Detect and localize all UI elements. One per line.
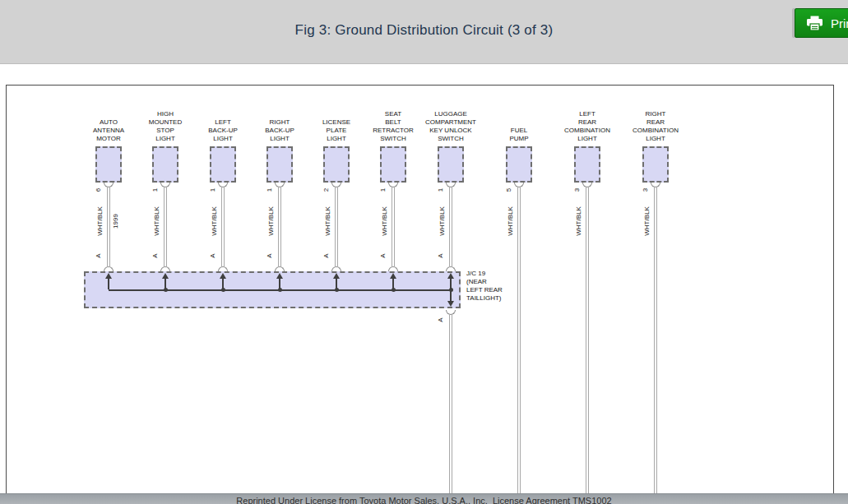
junction-entry-label: A (151, 250, 160, 261)
arrow-up-icon (276, 273, 283, 279)
wire-color-label: WHT/BLK (211, 190, 219, 252)
junction-entry-label: A (266, 250, 274, 261)
wire-whtblk (278, 187, 281, 266)
junction-exit-label: A (437, 314, 445, 326)
wire-color-label: WHT/BLK (324, 190, 332, 252)
wire-color-label: WHT/BLK (267, 190, 276, 252)
wiring-diagram: J/C 19 (NEAR LEFT REAR TAILLIGHT) AUTO A… (0, 0, 848, 504)
wire-whtblk (449, 315, 452, 493)
component-box (152, 146, 178, 183)
wire-color-label: WHT/BLK (438, 190, 447, 252)
wire-color-label: WHT/BLK (643, 190, 651, 252)
connector-cup-icon (218, 266, 228, 271)
wire-whtblk (335, 187, 338, 266)
connector-cup-icon (275, 266, 285, 271)
component-box (266, 146, 293, 183)
license-text: Reprinted Under License from Toyota Moto… (0, 496, 848, 504)
arrow-up-icon (105, 273, 112, 279)
connector-cup-icon (160, 266, 170, 271)
connector-cup-icon (388, 266, 398, 271)
junction-entry-label: A (437, 250, 445, 261)
license-bar: Reprinted Under License from Toyota Moto… (0, 493, 848, 504)
connector-cup-icon (446, 266, 456, 271)
junction-stub (108, 279, 109, 289)
connector-cup-icon (104, 266, 114, 271)
wire-whtblk (586, 187, 589, 493)
connector-cup-icon (331, 266, 341, 271)
wire-whtblk (449, 187, 452, 266)
arrow-up-icon (333, 273, 340, 279)
component-box (642, 146, 669, 183)
arrow-up-icon (220, 273, 226, 279)
wire-color-label: WHT/BLK (575, 190, 583, 252)
wire-id-label: 1999 (112, 190, 120, 252)
component-box (574, 146, 600, 183)
junction-dot (164, 288, 168, 292)
arrow-up-icon (447, 273, 454, 279)
component-label: RIGHT REAR COMBINATION LIGHT (610, 107, 701, 143)
junction-dot (278, 288, 282, 292)
junction-dot (221, 288, 225, 292)
wire-whtblk (654, 187, 657, 493)
junction-entry-label: A (322, 250, 331, 261)
wire-whtblk (107, 187, 110, 266)
junction-entry-label: A (209, 250, 217, 261)
junction-dot (392, 288, 396, 292)
wire-whtblk (221, 187, 225, 266)
app-window: Fig 3: Ground Distribution Circuit (3 of… (0, 0, 848, 504)
junction-label: J/C 19 (NEAR LEFT REAR TAILLIGHT) (466, 270, 503, 303)
component-box (210, 146, 236, 183)
junction-entry-label: A (95, 250, 103, 261)
wire-color-label: WHT/BLK (153, 190, 161, 252)
component-box (438, 146, 464, 183)
arrow-up-icon (162, 273, 169, 279)
junction-dot (335, 288, 339, 292)
junction-entry-label: A (379, 250, 387, 261)
component-box (380, 146, 406, 183)
wire-whtblk (392, 187, 395, 266)
wire-whtblk (164, 187, 167, 266)
component-box (95, 146, 122, 183)
wire-color-label: WHT/BLK (381, 190, 389, 252)
component-box (506, 146, 532, 183)
junction-stub (450, 291, 452, 301)
wire-color-label: WHT/BLK (96, 190, 104, 252)
component-box (323, 146, 350, 183)
arrow-down-icon (447, 301, 454, 307)
wire-whtblk (517, 187, 521, 493)
wire-color-label: WHT/BLK (507, 190, 515, 252)
arrow-up-icon (390, 273, 396, 279)
